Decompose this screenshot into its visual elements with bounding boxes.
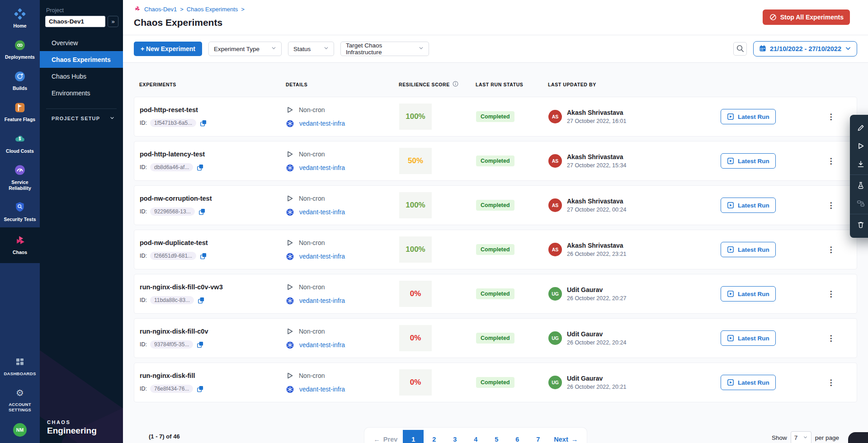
logo-text-bottom: Engineering — [47, 426, 97, 436]
filter-group: Experiment Type Status Target Chaos Infr… — [208, 42, 429, 56]
pager: ←Prev1234567Next→ — [364, 428, 587, 443]
latest-run-button[interactable]: Latest Run — [721, 198, 776, 213]
resilience-score: 100% — [399, 104, 432, 130]
filter-select-target-chaos-infrastructure[interactable]: Target Chaos Infrastructure — [340, 42, 429, 56]
menu-item-delete-experiment[interactable]: Delete Experiment — [850, 216, 868, 234]
latest-run-button[interactable]: Latest Run — [721, 330, 776, 346]
experiment-type: Non-cron — [299, 239, 325, 246]
module-nav-label: Service Reliability — [2, 179, 38, 191]
copy-icon[interactable] — [196, 341, 204, 349]
latest-run-button[interactable]: Latest Run — [721, 375, 776, 390]
prohibit-icon — [769, 14, 777, 21]
latest-run-button[interactable]: Latest Run — [721, 286, 776, 302]
service-reliability-icon — [14, 164, 26, 176]
module-nav-service-reliability[interactable]: Service Reliability — [0, 159, 40, 196]
module-nav-label: Feature Flags — [5, 117, 35, 123]
table-row[interactable]: run-nginx-disk-fill-c0v ID: 93784f05-35.… — [134, 318, 857, 358]
stop-all-experiments-button[interactable]: Stop All Experiments — [763, 9, 850, 25]
table-row[interactable]: pod-http-latency-test ID: db8d6a46-af...… — [134, 141, 857, 181]
info-icon[interactable] — [453, 81, 458, 88]
infrastructure-link[interactable]: vedant-test-infra — [299, 164, 345, 171]
new-experiment-button[interactable]: + New Experiment — [134, 42, 202, 56]
sidebar-item-chaos-hubs[interactable]: Chaos Hubs — [40, 68, 123, 85]
infrastructure-link[interactable]: vedant-test-infra — [299, 341, 345, 349]
pipeline-icon — [857, 199, 865, 207]
module-nav-security-tests[interactable]: Security Tests — [0, 196, 40, 227]
module-nav-builds[interactable]: Builds — [0, 65, 40, 96]
latest-run-button[interactable]: Latest Run — [721, 242, 776, 257]
next-page-button[interactable]: Next→ — [548, 430, 583, 443]
page-button-3[interactable]: 3 — [444, 430, 465, 443]
prev-page-button[interactable]: ←Prev — [368, 430, 403, 443]
chevron-down-icon — [323, 45, 329, 52]
page-button-2[interactable]: 2 — [424, 430, 444, 443]
page-button-4[interactable]: 4 — [465, 430, 486, 443]
module-nav-account-settings[interactable]: ⚙ ACCOUNT SETTINGS — [0, 382, 40, 418]
sidebar-collapse-button[interactable]: » — [108, 16, 118, 27]
infrastructure-link[interactable]: vedant-test-infra — [299, 386, 345, 393]
page-button-7[interactable]: 7 — [528, 430, 548, 443]
menu-item-edit-experiment[interactable]: Edit Experiment — [850, 119, 868, 137]
table-row[interactable]: pod-http-reset-test ID: 1f5471b3-6a5... … — [134, 97, 857, 137]
infrastructure-link[interactable]: vedant-test-infra — [299, 208, 345, 216]
infrastructure-link[interactable]: vedant-test-infra — [299, 297, 345, 304]
module-nav-dashboards[interactable]: DASHBOARDS — [0, 351, 40, 382]
row-menu-button[interactable]: ⋮ — [825, 376, 837, 389]
menu-item-add-to-chaos-hub[interactable]: Add to Chaos Hub — [850, 176, 868, 194]
latest-run-button[interactable]: Latest Run — [721, 153, 776, 169]
filter-select-status[interactable]: Status — [288, 42, 334, 56]
module-nav-deployments[interactable]: Deployments — [0, 34, 40, 65]
row-menu-button[interactable]: ⋮ — [825, 198, 837, 212]
sidebar-item-overview[interactable]: Overview — [40, 34, 123, 51]
row-menu-button[interactable]: ⋮ — [825, 154, 837, 168]
copy-icon[interactable] — [196, 385, 204, 393]
updated-by-name: Udit Gaurav — [567, 286, 626, 293]
row-menu-button[interactable]: ⋮ — [825, 331, 837, 345]
module-nav-feature-flags[interactable]: Feature Flags — [0, 96, 40, 127]
copy-icon[interactable] — [197, 297, 205, 304]
trash-icon — [857, 221, 865, 229]
module-nav-chaos[interactable]: Chaos — [0, 227, 40, 263]
table-row[interactable]: pod-nw-corruption-test ID: 92296568-13..… — [134, 185, 857, 225]
updated-at: 26 October 2022, 20:27 — [567, 295, 626, 302]
search-button[interactable] — [733, 42, 747, 56]
filter-select-experiment-type[interactable]: Experiment Type — [208, 42, 282, 56]
module-nav-home[interactable]: Home — [0, 3, 40, 34]
table-row[interactable]: run-nginx-disk-fill ID: 76e8f434-76... N… — [134, 363, 857, 402]
sidebar-item-environments[interactable]: Environments — [40, 85, 123, 101]
menu-item-download-experiment[interactable]: Download Experiment — [850, 155, 868, 173]
infrastructure-link[interactable]: vedant-test-infra — [299, 253, 345, 260]
copy-icon[interactable] — [199, 119, 207, 127]
latest-run-icon — [727, 290, 734, 297]
breadcrumb-link[interactable]: Chaos-Dev1 — [144, 6, 177, 13]
copy-icon[interactable] — [196, 164, 204, 171]
breadcrumb-link[interactable]: Chaos Experiments — [187, 6, 238, 13]
row-menu-button[interactable]: ⋮ — [825, 287, 837, 301]
table-row[interactable]: run-nginx-disk-fill-c0v-vw3 ID: 11bda88c… — [134, 274, 857, 314]
date-range-picker[interactable]: 21/10/2022 - 27/10/2022 — [753, 41, 857, 57]
user-avatar[interactable]: NM — [13, 423, 27, 437]
copy-icon[interactable] — [198, 208, 206, 216]
page-button-5[interactable]: 5 — [486, 430, 507, 443]
infrastructure-link[interactable]: vedant-test-infra — [299, 120, 345, 127]
row-menu-button[interactable]: ⋮ — [825, 110, 837, 123]
latest-run-button[interactable]: Latest Run — [721, 109, 776, 124]
filter-select-label: Target Chaos Infrastructure — [346, 42, 414, 56]
menu-item-run-experiment[interactable]: Run Experiment — [850, 137, 868, 155]
page-size-select[interactable]: 7 — [791, 431, 811, 443]
menu-item-add-to-pipeline[interactable]: Add to Pipeline — [850, 194, 868, 212]
project-selector[interactable]: Chaos-Dev1 — [45, 16, 105, 27]
sidebar-item-chaos-experiments[interactable]: Chaos Experiments — [40, 51, 123, 68]
play-icon — [286, 283, 293, 291]
module-nav-cloud-costs[interactable]: Cloud Costs — [0, 128, 40, 159]
play-icon — [286, 372, 293, 379]
page-button-1[interactable]: 1 — [403, 430, 424, 443]
project-setup-section[interactable]: PROJECT SETUP — [40, 115, 123, 122]
updated-by-name: Akash Shrivastava — [567, 109, 626, 116]
copy-icon[interactable] — [199, 252, 207, 260]
table-row[interactable]: pod-nw-duplicate-test ID: f26651d9-681..… — [134, 230, 857, 269]
page-button-6[interactable]: 6 — [507, 430, 528, 443]
row-menu-button[interactable]: ⋮ — [825, 243, 837, 256]
menu-divider — [850, 214, 868, 214]
latest-run-icon — [727, 202, 734, 209]
